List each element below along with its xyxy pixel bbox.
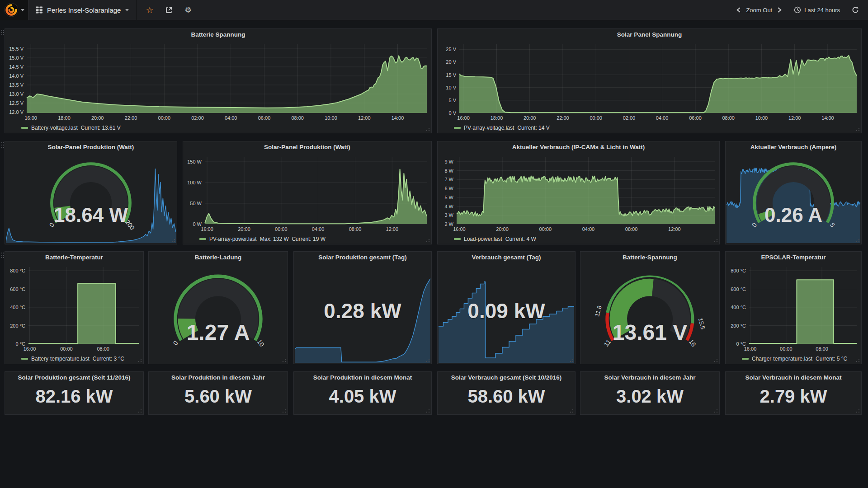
row-drag-handle[interactable] [1, 30, 2, 31]
stat-value: 58.60 kW [438, 386, 575, 407]
legend: Battery-voltage.last Current: 13.61 V [21, 125, 121, 131]
svg-text:00:00: 00:00 [780, 346, 793, 352]
svg-text:200 °C: 200 °C [731, 323, 746, 328]
panel-resize-handle[interactable] [429, 130, 429, 131]
stat-value: 82.16 kW [5, 386, 143, 407]
zoom-out-button[interactable]: Zoom Out [746, 7, 772, 14]
svg-text:600 °C: 600 °C [731, 286, 746, 292]
grafana-menu-button[interactable] [0, 0, 28, 20]
panel-resize-handle[interactable] [859, 361, 859, 362]
panel-resize-handle[interactable] [174, 241, 175, 242]
time-shift-right-icon[interactable] [777, 7, 782, 13]
svg-text:12:00: 12:00 [668, 226, 681, 232]
panel-resize-handle[interactable] [572, 361, 573, 362]
panel-title[interactable]: Batterie-Temperatur [5, 252, 143, 263]
panel-title[interactable]: Solar Panel Spannung [438, 29, 861, 41]
legend-series[interactable]: Load-power.last [464, 236, 502, 242]
svg-text:20 V: 20 V [446, 59, 456, 65]
stat-value: 2.79 kW [726, 386, 861, 407]
legend-series[interactable]: Battery-temperature.last [31, 356, 90, 362]
panel-resize-handle[interactable] [717, 361, 717, 362]
svg-text:16:00: 16:00 [201, 226, 213, 232]
share-icon[interactable] [165, 6, 173, 14]
panel-title[interactable]: Batterie Spannung [5, 29, 431, 41]
panel-stat-production-year: Solar Produktion in diesem Jahr 5.60 kW [148, 371, 288, 415]
svg-text:150 W: 150 W [187, 159, 202, 164]
battery-temperature-chart[interactable]: 16:0000:0008:000 °C200 °C400 °C600 °C800… [6, 263, 142, 353]
time-shift-left-icon[interactable] [736, 7, 741, 13]
panel-title[interactable]: Aktueller Verbrauch (IP-CAMs & Licht in … [438, 141, 719, 153]
time-range-picker[interactable]: Last 24 hours [794, 6, 840, 14]
panel-resize-handle[interactable] [859, 412, 859, 413]
panel-resize-handle[interactable] [859, 241, 859, 242]
svg-text:04:00: 04:00 [225, 115, 237, 121]
pv-voltage-chart[interactable]: 16:0018:0020:0022:0000:0002:0004:0006:00… [439, 41, 860, 122]
panel-title[interactable]: Solar Verbrauch in diesem Monat [726, 372, 861, 384]
panel-resize-handle[interactable] [572, 412, 573, 413]
panel-title[interactable]: Solar Produktion gesamt (Seit 11/2016) [5, 372, 143, 384]
legend-series[interactable]: Battery-voltage.last [31, 125, 78, 131]
svg-text:12.0 V: 12.0 V [9, 109, 24, 115]
svg-text:12.5 V: 12.5 V [9, 100, 24, 106]
time-range-label: Last 24 hours [804, 7, 840, 14]
panel-resize-handle[interactable] [429, 241, 429, 242]
panel-solar-production-day: Solar Produktion gesamt (Tag) 0.28 kW [293, 251, 432, 364]
panel-resize-handle[interactable] [429, 412, 429, 413]
panel-resize-handle[interactable] [141, 412, 142, 413]
panel-resize-handle[interactable] [717, 412, 717, 413]
svg-text:12:00: 12:00 [386, 226, 399, 232]
svg-text:13.61 V: 13.61 V [613, 320, 687, 344]
refresh-icon[interactable] [852, 6, 859, 14]
legend-metrics: Current: 4 W [505, 236, 536, 242]
panel-title[interactable]: Solar Produktion in diesem Monat [294, 372, 431, 384]
svg-text:00:00: 00:00 [60, 346, 73, 352]
series-color-dash [21, 358, 28, 360]
pv-production-gauge: 020018.64 W [5, 141, 177, 244]
panel-title[interactable]: Solar Verbrauch in diesem Jahr [580, 372, 719, 384]
charger-temperature-chart[interactable]: 16:0000:0008:000 °C200 °C400 °C600 °C800… [726, 263, 860, 353]
svg-text:2 W: 2 W [444, 221, 453, 227]
panel-resize-handle[interactable] [285, 361, 286, 362]
svg-text:15.5 V: 15.5 V [9, 46, 24, 52]
grafana-logo-icon [4, 2, 19, 18]
panel-title[interactable]: Solar Produktion in diesem Jahr [149, 372, 288, 384]
panel-resize-handle[interactable] [141, 361, 142, 362]
svg-text:13.5 V: 13.5 V [9, 82, 24, 88]
panel-resize-handle[interactable] [717, 241, 717, 242]
panel-title[interactable]: EPSOLAR-Temperatur [726, 252, 861, 263]
svg-text:04:00: 04:00 [312, 226, 325, 232]
panel-title[interactable]: Solar Produktion gesamt (Tag) [294, 252, 431, 263]
load-power-chart[interactable]: 16:0020:0000:0004:0008:0012:002 W3 W4 W5… [439, 153, 718, 233]
star-icon[interactable]: ☆ [146, 6, 153, 14]
svg-text:16:00: 16:00 [457, 115, 470, 121]
dashboard-grid-icon [36, 6, 42, 14]
svg-text:14:00: 14:00 [821, 115, 834, 121]
legend-series[interactable]: Charger-temperature.last [752, 356, 812, 362]
svg-text:22:00: 22:00 [557, 115, 569, 121]
series-color-dash [199, 238, 206, 240]
row-drag-handle[interactable] [1, 142, 2, 143]
panel-consumption-day: Verbrauch gesamt (Tag) 0.09 kW [437, 251, 576, 364]
panel-load-power-graph: Aktueller Verbrauch (IP-CAMs & Licht in … [437, 141, 720, 244]
battery-voltage-chart[interactable]: 16:0018:0020:0022:0000:0002:0004:0006:00… [6, 41, 430, 122]
stat-value: 4.05 kW [294, 386, 431, 407]
panel-resize-handle[interactable] [859, 130, 859, 131]
svg-text:100 W: 100 W [187, 180, 202, 185]
panel-title[interactable]: Verbrauch gesamt (Tag) [438, 252, 575, 263]
pv-power-chart[interactable]: 16:0020:0000:0004:0008:0012:000 W50 W100… [184, 153, 430, 233]
gear-icon[interactable]: ⚙ [184, 6, 191, 14]
legend-series[interactable]: PV-array-voltage.last [464, 125, 514, 131]
dashboard-picker[interactable]: Perles Insel-Solaranlage [28, 0, 137, 20]
legend-series[interactable]: PV-array-power.last [209, 236, 257, 242]
panel-resize-handle[interactable] [285, 412, 286, 413]
panel-title[interactable]: Solar-Panel Produktion (Watt) [183, 141, 431, 153]
top-navbar: Perles Insel-Solaranlage ☆ ⚙ Zoom Out [0, 0, 868, 20]
row-drag-handle[interactable] [1, 253, 2, 253]
panel-resize-handle[interactable] [429, 361, 429, 362]
svg-text:10:00: 10:00 [755, 115, 768, 121]
svg-text:4 W: 4 W [444, 204, 453, 209]
svg-text:10 V: 10 V [446, 85, 456, 90]
svg-text:06:00: 06:00 [689, 115, 702, 121]
svg-text:08:00: 08:00 [816, 346, 828, 352]
panel-title[interactable]: Solar Verbrauch gesamt (Seit 10/2016) [438, 372, 575, 384]
